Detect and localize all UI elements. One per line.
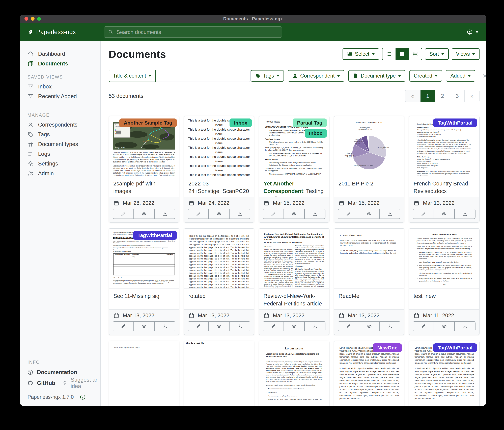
download-button[interactable]: [154, 209, 175, 218]
sidebar-item-documents[interactable]: Documents: [20, 59, 100, 68]
document-card[interactable]: Lorem ipsumLorem ipsum dolor sit amet, c…: [259, 341, 329, 406]
views-button[interactable]: Views: [452, 48, 479, 60]
sidebar-item-tags[interactable]: Tags: [20, 130, 100, 139]
card-footer: Mar 15, 2022: [259, 197, 329, 222]
document-card[interactable]: Contact Sheet DemoGiven a set of image f…: [334, 228, 405, 335]
edit-button[interactable]: [113, 209, 134, 218]
sidebar-item-settings[interactable]: Settings: [20, 159, 100, 168]
document-card[interactable]: French Country BreadFor the Leaven1 heap…: [409, 116, 479, 223]
grid-view-toggle[interactable]: [396, 48, 409, 60]
view-button[interactable]: [208, 209, 229, 218]
edit-button[interactable]: [188, 322, 208, 331]
download-button[interactable]: [304, 322, 325, 331]
card-title: 2022-03-24+Sonstige+ScanPC2022-03-24_081…: [189, 180, 249, 197]
select-button[interactable]: Select: [342, 48, 379, 60]
filter-field-button[interactable]: Title & content: [109, 70, 156, 82]
view-button[interactable]: [284, 322, 304, 331]
calendar-icon: [339, 200, 344, 206]
view-button[interactable]: [359, 322, 379, 331]
reset-filters-button[interactable]: Reset filters: [482, 73, 486, 79]
sidebar-item-document-types[interactable]: Document types: [20, 139, 100, 149]
sidebar-item-logs[interactable]: Logs: [20, 149, 100, 159]
download-button[interactable]: [229, 209, 250, 218]
sidebar-item-documentation[interactable]: Documentation: [20, 367, 100, 378]
search-input[interactable]: [116, 29, 278, 35]
traffic-lights: [25, 17, 41, 21]
document-card[interactable]: This is the text that appears on the fir…: [184, 228, 254, 335]
download-button[interactable]: [229, 322, 250, 331]
document-card[interactable]: Application for Medical Staff Membership…: [109, 228, 180, 335]
title-content-input[interactable]: [156, 70, 251, 82]
sidebar-item-admin[interactable]: Admin: [20, 168, 100, 178]
tags-filter-button[interactable]: Tags: [251, 70, 284, 82]
tag-pill[interactable]: NewOne: [373, 343, 402, 352]
pagination-page-1[interactable]: 1: [420, 90, 435, 102]
document-card[interactable]: Lorem ipsum dolor sit amet, consectetur …: [334, 341, 405, 406]
sidebar-item-github[interactable]: GitHub: [20, 378, 55, 388]
document-card[interactable]: Review of New York Federal Petitions for…: [259, 228, 329, 335]
download-button[interactable]: [454, 322, 475, 331]
edit-button[interactable]: [188, 209, 208, 218]
card-correspondent[interactable]: Yet Another Correspondent: [263, 180, 303, 194]
edit-button[interactable]: [263, 322, 284, 331]
zoom-window-button[interactable]: [37, 17, 41, 21]
tag-pill[interactable]: TagWithPartial: [433, 119, 477, 127]
app-window: Documents - Paperless-ngx Paperless-ngx …: [20, 15, 486, 406]
document-type-filter-button[interactable]: Document type: [348, 70, 405, 82]
download-button[interactable]: [154, 322, 175, 331]
minimize-window-button[interactable]: [31, 17, 35, 21]
info-icon[interactable]: [80, 394, 86, 400]
close-window-button[interactable]: [25, 17, 28, 21]
tag-pill[interactable]: Another Sample Tag: [119, 119, 177, 127]
sidebar-item-recently-added[interactable]: Recently Added: [20, 92, 100, 101]
sidebar-item-inbox[interactable]: Inbox: [20, 82, 100, 92]
pagination-prev[interactable]: «: [405, 90, 420, 102]
document-card[interactable]: This is a test file.simple txt file: [184, 341, 254, 406]
added-filter-button[interactable]: Added: [446, 70, 475, 82]
sidebar-item-dashboard[interactable]: Dashboard: [20, 49, 100, 59]
document-card[interactable]: This is a multi page document. Page 1.mu…: [109, 341, 180, 406]
edit-button[interactable]: [338, 322, 359, 331]
document-card[interactable]: Patient BP Distribution 2011Normal, 150,…: [334, 116, 405, 223]
sidebar-item-suggest-idea[interactable]: Suggest an idea: [55, 378, 100, 388]
user-menu[interactable]: [467, 29, 478, 35]
list-view-toggle[interactable]: [382, 48, 396, 60]
pagination-next[interactable]: »: [464, 90, 479, 102]
detail-view-toggle[interactable]: [409, 48, 422, 60]
download-button[interactable]: [304, 209, 325, 218]
view-button[interactable]: [359, 209, 379, 218]
created-filter-button[interactable]: Created: [409, 70, 442, 82]
document-card[interactable]: This is a test for the double space char…: [184, 116, 254, 223]
download-button[interactable]: [454, 209, 475, 218]
correspondent-filter-button[interactable]: Correspondent: [288, 70, 344, 82]
edit-button[interactable]: [263, 209, 284, 218]
section-label: MANAGE: [27, 113, 100, 118]
edit-button[interactable]: [413, 322, 433, 331]
tag-pill[interactable]: Partial Tag: [293, 119, 327, 127]
edit-button[interactable]: [113, 322, 134, 331]
edit-button[interactable]: [338, 209, 359, 218]
document-card[interactable]: Release NotesSimba ODBC Driver for SQL S…: [259, 116, 329, 223]
sidebar-item-correspondents[interactable]: Correspondents: [20, 120, 100, 130]
brand[interactable]: Paperless-ngx: [27, 28, 76, 36]
download-button[interactable]: [379, 322, 400, 331]
view-button[interactable]: [433, 322, 454, 331]
view-button[interactable]: [433, 209, 454, 218]
pagination-page-3[interactable]: 3: [450, 90, 464, 102]
tag-pill[interactable]: Inbox: [230, 119, 252, 127]
tag-pill[interactable]: Inbox: [305, 129, 327, 138]
view-button[interactable]: [284, 209, 304, 218]
document-card[interactable]: Boundary Waters Trip6+ days in BWCAGoogl…: [109, 116, 180, 223]
download-button[interactable]: [379, 209, 400, 218]
view-button[interactable]: [208, 322, 229, 331]
document-card[interactable]: Adobe Acrobat PDF FilesAdobe® Portable D…: [409, 228, 479, 335]
sort-button[interactable]: Sort: [425, 48, 449, 60]
edit-button[interactable]: [413, 209, 433, 218]
pagination-page-2[interactable]: 2: [435, 90, 450, 102]
view-button[interactable]: [134, 209, 154, 218]
tag-pill[interactable]: TagWithPartial: [133, 231, 177, 240]
card-correspondent[interactable]: Newest Correspondent: [339, 405, 378, 406]
view-button[interactable]: [134, 322, 154, 331]
tag-pill[interactable]: TagWithPartial: [433, 343, 477, 352]
document-card[interactable]: Lorem ipsum dolor sit amet, consectetur …: [409, 341, 479, 406]
